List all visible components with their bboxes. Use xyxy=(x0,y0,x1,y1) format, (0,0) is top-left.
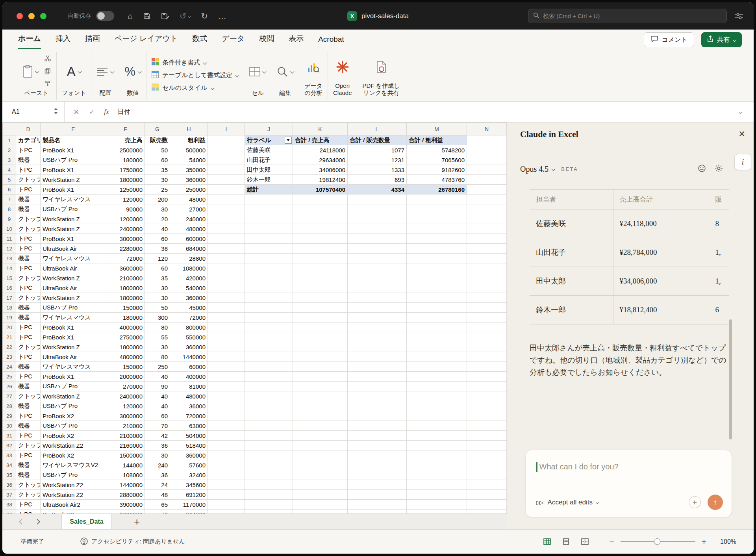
cell[interactable]: 65 xyxy=(145,500,170,510)
cell[interactable]: 合計 / 粗利益 xyxy=(407,135,467,145)
cell[interactable] xyxy=(208,135,245,145)
cell[interactable] xyxy=(293,263,348,273)
cell[interactable] xyxy=(407,322,467,332)
cell[interactable]: 60 xyxy=(145,411,170,421)
cell[interactable]: 販売数 xyxy=(145,135,170,145)
cell[interactable] xyxy=(293,382,348,391)
page-break-view-button[interactable] xyxy=(581,538,589,545)
cell[interactable] xyxy=(467,224,507,234)
ribbon-tab-挿入[interactable]: 挿入 xyxy=(56,33,70,49)
cell[interactable]: WorkStation Z xyxy=(41,175,106,185)
cell[interactable] xyxy=(293,411,348,421)
cell[interactable]: 1500000 xyxy=(106,450,145,460)
column-header[interactable]: L xyxy=(348,123,407,135)
cell[interactable]: 鈴木一郎 xyxy=(245,175,293,185)
formula-input[interactable]: 日付 xyxy=(117,108,130,116)
cell[interactable]: 19812400 xyxy=(293,175,348,185)
cell[interactable] xyxy=(348,510,407,514)
cell[interactable]: 40 xyxy=(145,401,170,411)
cell[interactable]: UltraBook Air xyxy=(41,352,106,362)
cell[interactable]: 1800000 xyxy=(106,342,145,352)
cell[interactable]: 80 xyxy=(145,352,170,362)
cell[interactable] xyxy=(467,145,507,155)
cell[interactable] xyxy=(348,372,407,382)
cell[interactable] xyxy=(348,273,407,283)
row-header[interactable]: 33 xyxy=(3,450,16,460)
cell[interactable]: 144000 xyxy=(106,460,145,470)
cell[interactable] xyxy=(467,441,507,450)
close-window-button[interactable] xyxy=(17,13,23,19)
cell[interactable]: 240 xyxy=(145,460,170,470)
cell[interactable]: トPC xyxy=(16,431,41,441)
cell[interactable]: トPC xyxy=(16,244,41,254)
cell[interactable]: 1800000 xyxy=(106,293,145,303)
cell[interactable]: 600000 xyxy=(170,234,208,244)
cell[interactable]: ワイヤレスマウス xyxy=(41,362,106,372)
cell[interactable]: USBハブ Pro xyxy=(41,382,106,391)
cell[interactable] xyxy=(467,273,507,283)
cell[interactable]: 1800000 xyxy=(106,283,145,293)
create-pdf-button[interactable] xyxy=(375,54,387,82)
cancel-entry-icon[interactable]: ✕ xyxy=(73,107,80,117)
cell[interactable] xyxy=(407,431,467,441)
cell[interactable]: 粗利益 xyxy=(170,135,208,145)
row-header[interactable]: 28 xyxy=(3,401,16,411)
cell[interactable] xyxy=(467,500,507,510)
cell[interactable] xyxy=(467,175,507,185)
cell[interactable] xyxy=(245,391,293,401)
cell[interactable] xyxy=(467,263,507,273)
cell[interactable]: 7065600 xyxy=(407,155,467,165)
cell[interactable]: 30 xyxy=(145,342,170,352)
cell[interactable] xyxy=(293,293,348,303)
cell[interactable]: トPC xyxy=(16,322,41,332)
zoom-out-button[interactable]: − xyxy=(609,537,614,547)
cell[interactable] xyxy=(245,490,293,500)
cell[interactable]: ProBook X1 xyxy=(41,145,106,155)
cell[interactable]: 1077 xyxy=(348,145,407,155)
cell[interactable] xyxy=(467,195,507,204)
cell[interactable]: 81000 xyxy=(170,382,208,391)
cell[interactable] xyxy=(208,332,245,342)
cell[interactable] xyxy=(293,204,348,214)
cell[interactable] xyxy=(407,263,467,273)
font-button[interactable]: A xyxy=(67,54,81,89)
cell[interactable]: 180000 xyxy=(106,155,145,165)
cell[interactable]: 480000 xyxy=(170,391,208,401)
cell[interactable]: 機器 xyxy=(16,155,41,165)
cell[interactable]: ProBook X1 xyxy=(41,165,106,175)
cell[interactable]: 36 xyxy=(145,441,170,450)
alignment-button[interactable] xyxy=(96,54,114,89)
row-header[interactable]: 34 xyxy=(3,460,16,470)
cell[interactable]: トPC xyxy=(16,145,41,155)
cell[interactable]: 2100000 xyxy=(106,273,145,283)
cell[interactable] xyxy=(407,303,467,313)
cell[interactable]: 機器 xyxy=(16,362,41,372)
cell[interactable] xyxy=(348,234,407,244)
row-header[interactable]: 39 xyxy=(3,510,16,514)
cell[interactable] xyxy=(208,500,245,510)
cell[interactable] xyxy=(467,293,507,303)
cell[interactable] xyxy=(208,204,245,214)
cell[interactable]: 40 xyxy=(145,391,170,401)
cell[interactable] xyxy=(293,480,348,490)
cell[interactable]: WorkStation Z2 xyxy=(41,480,106,490)
cell[interactable]: WorkStation Z xyxy=(41,224,106,234)
cell[interactable] xyxy=(348,283,407,293)
cell[interactable] xyxy=(293,332,348,342)
zoom-slider-knob[interactable] xyxy=(654,538,660,545)
cell[interactable] xyxy=(348,313,407,322)
cell[interactable]: 1800000 xyxy=(106,175,145,185)
cell[interactable] xyxy=(245,362,293,372)
cell[interactable] xyxy=(407,204,467,214)
cell[interactable] xyxy=(245,322,293,332)
cell[interactable]: 2160000 xyxy=(106,441,145,450)
cell[interactable]: ProBook X2 xyxy=(41,431,106,441)
cell[interactable]: 1170000 xyxy=(170,500,208,510)
cell[interactable]: 60 xyxy=(145,234,170,244)
cell[interactable] xyxy=(348,263,407,273)
cell[interactable] xyxy=(245,450,293,460)
cell[interactable]: WorkStation Z xyxy=(41,391,106,401)
cell[interactable] xyxy=(467,460,507,470)
cell[interactable] xyxy=(348,500,407,510)
cell-styles-button[interactable]: セルのスタイル xyxy=(152,83,214,92)
